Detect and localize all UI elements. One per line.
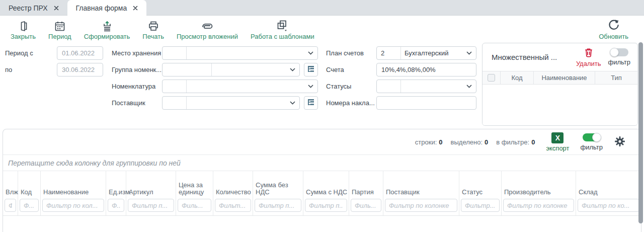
button-label: Работа с шаблонами	[251, 33, 314, 40]
grid-column-header[interactable]: Склад	[576, 189, 641, 197]
nomenclature-combo[interactable]	[162, 80, 318, 93]
chart-of-accounts-combo[interactable]: 2 Бухгалтерский	[376, 46, 476, 60]
nomenclature-group-combo[interactable]	[162, 63, 300, 76]
grid-column: Влж	[3, 171, 18, 215]
templates-button[interactable]: Работа с шаблонами	[246, 19, 319, 41]
grid-column-header[interactable]: Наименование	[41, 189, 106, 197]
grid-column-filter-input[interactable]	[178, 199, 211, 212]
filter-toggle[interactable]	[610, 48, 628, 56]
accounts-input[interactable]	[376, 63, 476, 76]
period-button[interactable]: Период	[44, 19, 76, 41]
chevron-down-icon[interactable]	[466, 85, 472, 88]
grid-column-filter-input[interactable]	[461, 199, 500, 212]
button-label: Период	[48, 33, 71, 40]
grid-column-header[interactable]: Артикул	[126, 189, 176, 197]
tab-reestr-prh[interactable]: Реестр ПРХ	[0, 0, 67, 16]
multi-select-panel-header: Множественный ... Удалить фильтр	[482, 43, 637, 71]
panel-column-type[interactable]: Тип	[595, 71, 637, 84]
toggle-knob	[592, 133, 601, 142]
grid-column-filter-input[interactable]	[578, 199, 639, 212]
multi-select-panel: Множественный ... Удалить фильтр Код Наи…	[482, 43, 638, 126]
export-button[interactable]: X экспорт	[546, 132, 569, 152]
delete-button[interactable]: Удалить	[576, 47, 601, 67]
chevron-down-icon[interactable]	[308, 85, 313, 88]
combo-code	[163, 47, 187, 59]
grid-column-filter-input[interactable]	[128, 199, 174, 212]
settings-button[interactable]	[614, 135, 626, 149]
grid-column-filter-input[interactable]	[385, 199, 457, 212]
grid-column-filter-input[interactable]	[215, 199, 251, 212]
grid-column: Артикул	[126, 171, 176, 215]
storage-place-combo[interactable]	[162, 46, 318, 60]
grid-column-header[interactable]: Производитель	[502, 189, 576, 197]
grid-column: Сумма без НДС	[253, 171, 303, 215]
chevron-down-icon[interactable]	[308, 51, 313, 55]
grid-column-header[interactable]: Ед.изм.	[106, 189, 126, 197]
chevron-down-icon[interactable]	[290, 101, 295, 105]
grid-column-header[interactable]: Сумма с НДС	[303, 189, 349, 197]
grid-filter-toggle[interactable]	[583, 133, 601, 141]
button-label: Печать	[142, 33, 164, 40]
export-label: экспорт	[546, 144, 569, 152]
grid-column-filter-input[interactable]	[5, 199, 16, 212]
grid-column: Количество	[213, 171, 253, 215]
close-icon[interactable]	[54, 6, 59, 11]
door-icon	[18, 20, 28, 32]
generate-button[interactable]: Сформировать	[79, 19, 135, 41]
grid-column-header[interactable]: Количество	[213, 189, 253, 197]
grouping-hint: Перетащите сюда колонку для группировки …	[8, 159, 181, 167]
refresh-button[interactable]: Обновить	[594, 19, 633, 41]
close-icon[interactable]	[133, 6, 138, 11]
view-attachments-button[interactable]: Просмотр вложений	[172, 19, 243, 41]
tab-bar: Реестр ПРХ Главная форма	[0, 0, 644, 16]
calendar-icon	[54, 20, 65, 32]
chevron-down-icon[interactable]	[466, 51, 472, 55]
grid-column-filter-input[interactable]	[108, 199, 124, 212]
grouping-drop-zone[interactable]: Перетащите сюда колонку для группировки …	[3, 154, 641, 171]
grid-column-filter-input[interactable]	[351, 199, 381, 212]
supplier-combo[interactable]	[162, 96, 300, 110]
grid-body[interactable]	[3, 216, 641, 232]
period-to-input[interactable]	[57, 63, 103, 76]
panel-title: Множественный ...	[492, 53, 569, 61]
panel-column-name[interactable]: Наименование	[534, 71, 595, 84]
grid-column-header[interactable]: Поставщик	[383, 189, 459, 197]
select-all-checkbox[interactable]	[488, 74, 495, 82]
grid-column: Цена за единицу	[176, 171, 213, 215]
combo-code: 2	[377, 47, 401, 59]
close-form-button[interactable]: Закрыть	[6, 19, 40, 41]
grid-column-filter-input[interactable]	[305, 199, 347, 212]
grid-column-header[interactable]: Статус	[459, 189, 501, 197]
grid-column-header[interactable]: Партия	[349, 189, 383, 197]
grid-column-filter-input[interactable]	[255, 199, 301, 212]
grid-column-header[interactable]: Влж	[3, 189, 18, 197]
statuses-combo[interactable]	[376, 80, 476, 93]
print-button[interactable]: Печать	[138, 19, 169, 41]
grid-column-filter-input[interactable]	[20, 199, 39, 212]
nomenclature-group-tree-button[interactable]	[304, 63, 318, 76]
panel-grid-header: Код Наименование Тип	[482, 71, 637, 85]
supplier-tree-button[interactable]	[304, 96, 318, 110]
chevron-down-icon[interactable]	[290, 68, 295, 71]
invoice-numbers-input[interactable]	[376, 96, 476, 110]
tree-icon	[306, 64, 315, 75]
grid-column-header[interactable]: Код	[18, 189, 40, 197]
grid-column: Партия	[349, 171, 383, 215]
period-from-input[interactable]	[57, 46, 103, 60]
selected-stat: выделено:0	[451, 138, 489, 146]
combo-code	[163, 63, 212, 76]
paperclip-icon	[201, 20, 214, 32]
grid-header-row: Влж Код Наименование Ед.изм. Артикул Цен…	[3, 171, 641, 216]
grid-column-filter-input[interactable]	[503, 199, 574, 212]
panel-column-code[interactable]: Код	[501, 71, 534, 84]
grid-column-header[interactable]: Цена за единицу	[176, 182, 213, 197]
statuses-label: Статусы	[326, 83, 351, 90]
combo-code	[377, 80, 401, 93]
grid-column-filter-input[interactable]	[42, 199, 104, 212]
grid-column: Наименование	[41, 171, 106, 215]
vertical-scrollbar[interactable]	[638, 42, 643, 223]
tab-glavnaya-forma[interactable]: Главная форма	[67, 0, 147, 16]
invoice-numbers-label: Номера накла...	[326, 99, 375, 107]
grid-column-header[interactable]: Сумма без НДС	[253, 182, 303, 197]
grid-column: Склад	[576, 171, 641, 215]
